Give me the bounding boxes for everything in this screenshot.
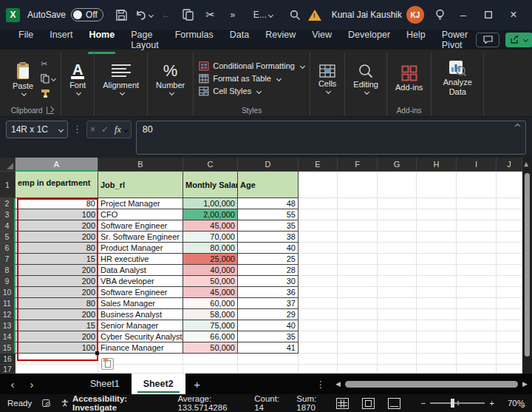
undo-dropdown-icon[interactable] bbox=[149, 12, 154, 17]
cell-D11[interactable]: 37 bbox=[238, 298, 299, 309]
row-header-8[interactable]: 8 bbox=[0, 265, 16, 276]
cell-E1[interactable] bbox=[299, 172, 338, 198]
share-dropdown-icon[interactable] bbox=[523, 37, 528, 42]
col-header-I[interactable]: I bbox=[457, 158, 497, 172]
cell-B15[interactable]: Finance Manager bbox=[98, 342, 183, 354]
cell-G14[interactable] bbox=[378, 331, 417, 342]
cell-H3[interactable] bbox=[417, 209, 457, 220]
zoom-slider-handle[interactable] bbox=[451, 399, 454, 408]
cell-C4[interactable]: 45,000 bbox=[183, 220, 238, 232]
col-header-H[interactable]: H bbox=[417, 158, 457, 172]
copy-button[interactable] bbox=[41, 72, 55, 84]
cell-C12[interactable]: 58,000 bbox=[183, 309, 238, 320]
cell-C6[interactable]: 80,000 bbox=[183, 243, 238, 254]
row-header-17[interactable]: 17 bbox=[0, 365, 16, 374]
next-sheet-icon[interactable]: › bbox=[24, 378, 40, 391]
cell-I12[interactable] bbox=[457, 309, 497, 320]
cell-H11[interactable] bbox=[417, 298, 457, 309]
cell-E3[interactable] bbox=[299, 209, 338, 220]
cell-B2[interactable]: Project Manager bbox=[98, 198, 183, 209]
row-header-11[interactable]: 11 bbox=[0, 298, 16, 309]
cell-E15[interactable] bbox=[299, 342, 338, 354]
cell-C8[interactable]: 40,000 bbox=[183, 265, 238, 276]
avatar[interactable]: KJ bbox=[406, 6, 424, 24]
prev-sheet-icon[interactable]: ‹ bbox=[4, 378, 21, 391]
cell-H17[interactable] bbox=[417, 365, 457, 374]
cell-G7[interactable] bbox=[378, 254, 417, 265]
accessibility-status[interactable]: Accessibility: Investigate bbox=[61, 394, 148, 412]
name-box-dropdown-icon[interactable] bbox=[58, 126, 64, 132]
share-button[interactable] bbox=[505, 33, 532, 47]
cell-G13[interactable] bbox=[378, 320, 417, 331]
cancel-entry-icon[interactable]: × bbox=[90, 124, 95, 135]
cell-J8[interactable] bbox=[497, 265, 522, 276]
cell-B3[interactable]: CFO bbox=[98, 209, 183, 220]
col-header-C[interactable]: C bbox=[183, 158, 238, 172]
cell-F11[interactable] bbox=[338, 298, 378, 309]
cell-B13[interactable]: Senior Manager bbox=[98, 320, 183, 331]
menu-tab-review[interactable]: Review bbox=[257, 27, 304, 53]
save-icon[interactable] bbox=[111, 4, 133, 25]
row-header-16[interactable]: 16 bbox=[0, 354, 16, 365]
cells-button[interactable]: Cells bbox=[316, 63, 339, 95]
cell-E5[interactable] bbox=[299, 232, 338, 243]
cell-A4[interactable]: 200 bbox=[16, 220, 98, 232]
cell-B9[interactable]: VBA developer bbox=[98, 276, 183, 287]
horizontal-scrollbar[interactable]: ◀ ▶ bbox=[335, 380, 528, 388]
cell-H5[interactable] bbox=[417, 232, 457, 243]
alignment-button[interactable]: Alignment bbox=[100, 61, 142, 96]
number-button[interactable]: % Number bbox=[153, 61, 188, 96]
cell-G16[interactable] bbox=[378, 354, 417, 365]
cell-C17[interactable] bbox=[183, 365, 238, 374]
editing-button[interactable]: Editing bbox=[350, 62, 381, 95]
minimize-button[interactable]: – bbox=[451, 4, 476, 26]
cell-F4[interactable] bbox=[338, 220, 378, 232]
cell-A7[interactable]: 15 bbox=[16, 254, 98, 265]
cell-I13[interactable] bbox=[457, 320, 497, 331]
col-header-D[interactable]: D bbox=[238, 158, 299, 172]
cell-B7[interactable]: HR executive bbox=[98, 254, 183, 265]
cell-F17[interactable] bbox=[338, 365, 378, 374]
cell-J9[interactable] bbox=[497, 276, 522, 287]
addins-button[interactable]: Add-ins bbox=[392, 64, 426, 93]
clipboard-dialog-launcher-icon[interactable] bbox=[47, 107, 54, 114]
menu-tab-insert[interactable]: Insert bbox=[41, 27, 81, 53]
insert-function-icon[interactable]: fx bbox=[115, 124, 121, 135]
cell-E10[interactable] bbox=[299, 287, 338, 298]
cell-J16[interactable] bbox=[497, 354, 522, 365]
cell-F14[interactable] bbox=[338, 331, 378, 342]
cell-D4[interactable]: 35 bbox=[238, 220, 299, 232]
cell-D15[interactable]: 41 bbox=[238, 342, 299, 354]
zoom-out-button[interactable]: − bbox=[421, 399, 426, 408]
cell-F15[interactable] bbox=[338, 342, 378, 354]
macro-record-icon[interactable] bbox=[42, 398, 51, 408]
cell-J7[interactable] bbox=[497, 254, 522, 265]
cell-A5[interactable]: 200 bbox=[16, 232, 98, 243]
autosave-toggle[interactable]: AutoSave Off bbox=[27, 8, 103, 21]
collapse-formula-bar-icon[interactable] bbox=[515, 124, 520, 129]
copy-dropdown-icon[interactable] bbox=[51, 75, 56, 81]
menu-tab-power-pivot[interactable]: Power Pivot bbox=[434, 27, 476, 53]
row-header-10[interactable]: 10 bbox=[0, 287, 16, 298]
cell-H12[interactable] bbox=[417, 309, 457, 320]
zoom-in-button[interactable]: + bbox=[489, 399, 494, 408]
page-break-view-icon[interactable] bbox=[388, 398, 400, 409]
col-header-G[interactable]: G bbox=[378, 158, 417, 172]
cell-I8[interactable] bbox=[457, 265, 497, 276]
cell-J4[interactable] bbox=[497, 220, 522, 232]
cell-C10[interactable]: 45,000 bbox=[183, 287, 238, 298]
row-header-5[interactable]: 5 bbox=[0, 232, 16, 243]
cell-H4[interactable] bbox=[417, 220, 457, 232]
col-header-E[interactable]: E bbox=[299, 158, 338, 172]
cell-J12[interactable] bbox=[497, 309, 522, 320]
cell-H16[interactable] bbox=[417, 354, 457, 365]
cell-H15[interactable] bbox=[417, 342, 457, 354]
cell-B8[interactable]: Data Analyst bbox=[98, 265, 183, 276]
cell-B11[interactable]: Sales Manager bbox=[98, 298, 183, 309]
select-all-corner[interactable] bbox=[0, 158, 16, 172]
cell-H13[interactable] bbox=[417, 320, 457, 331]
cell-H1[interactable] bbox=[417, 172, 457, 198]
paste-dropdown-icon[interactable] bbox=[21, 90, 27, 95]
menu-tab-page-layout[interactable]: Page Layout bbox=[123, 27, 167, 53]
alignment-dropdown-icon[interactable] bbox=[120, 90, 125, 95]
